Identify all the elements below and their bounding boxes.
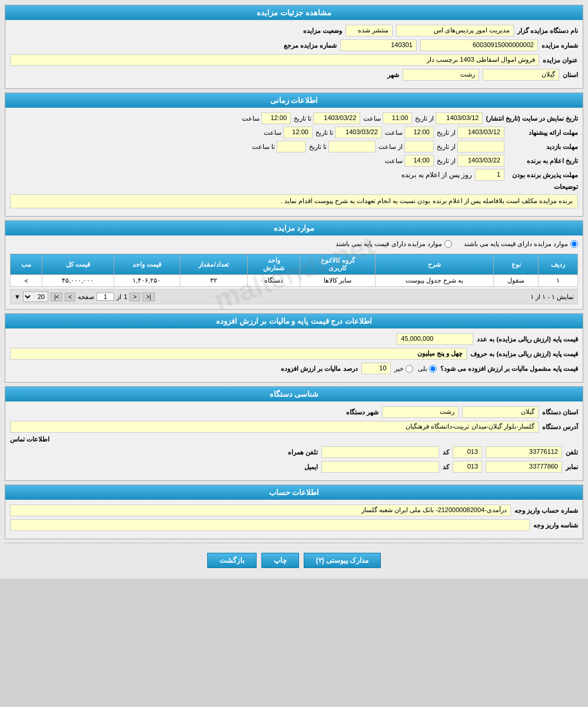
button-row: مدارک پیوستی (۲) چاپ بازگشت (5, 547, 583, 574)
moared-radio-has-price[interactable]: موارد مزایده دارای قیمت پایه می باشند (464, 240, 578, 248)
auction-details-header: مشاهده جزئیات مزایده (5, 5, 583, 20)
pager-last[interactable]: |< (142, 293, 154, 301)
offer-time-row: مهلت ارائه پیشنهاد 1403/03/12 از تاریخ 1… (10, 127, 578, 138)
tax-no-option[interactable]: خیر (394, 365, 413, 373)
province-label: استان (563, 71, 578, 79)
price-info-header: اطلاعات درج قیمت پایه و مالیات بر ارزش ا… (5, 314, 583, 328)
winner-announce-row: تاریخ اعلام به برنده 1403/03/22 از تاریخ… (10, 155, 578, 167)
auction-details-section: مشاهده جزئیات مزایده نام دستگاه مزایده گ… (5, 5, 583, 89)
email-value (321, 461, 439, 473)
pager-next[interactable]: < (129, 293, 140, 301)
title-label: عنوان مزایده (543, 57, 578, 64)
tax-question-row: قیمت پایه مشمول مالیات بر ارزش افزوده می… (10, 363, 578, 374)
tax-radio-group: بلی خیر (394, 365, 437, 373)
ref-num-label: شماره مزایده مرجع (284, 42, 337, 49)
base-price-num-row: قیمت پایه (ارزش ریالی مزایده) به عدد 45,… (10, 333, 578, 345)
col-total: قیمت کل (42, 254, 114, 275)
col-type: نوع (494, 254, 539, 275)
status-label: وضعیت مزایده (303, 27, 342, 35)
device-province: گیلان (462, 406, 539, 418)
status-value: منتشر شده (346, 25, 393, 36)
org-name-value: مدیریت امور پردیس‌های اس (396, 25, 514, 36)
docs-button[interactable]: مدارک پیوستی (۲) (304, 553, 381, 568)
pager-first[interactable]: >| (51, 293, 62, 301)
moared-header: موارد مزایده (5, 221, 583, 235)
auction-num-value: 60030915000000002 (420, 39, 538, 51)
device-info-section: شناسی دستگاه استان دستگاه گیلان رشت شهر … (5, 386, 583, 481)
col-unit-price: قیمت واحد (114, 254, 180, 275)
province-value: گیلان (483, 69, 559, 81)
device-city: رشت (382, 406, 459, 418)
separator (5, 543, 583, 543)
tax-percent-value: 10 (361, 363, 391, 374)
col-row: ردیف (539, 254, 578, 275)
phone-value: 33776112 (486, 446, 562, 458)
device-province-city-row: استان دستگاه گیلان رشت شهر دستگاه (10, 406, 578, 418)
moared-table-wrapper: ردیف نوع شرح گروه کالا/نوعکاربری واحدشما… (10, 251, 578, 287)
pager: نمایش ۱ - ۱ از ۱ |< < 1 از صفحه > >| 20 … (10, 289, 578, 304)
base-price-text-value: چهل و پنج میلیون (10, 348, 467, 360)
col-desc: شرح (376, 254, 494, 275)
account-info-header: اطلاعات حساب (5, 485, 583, 500)
visit-time-row: مهلت بازدید از تاریخ از ساعت تا تاریخ تا… (10, 141, 578, 152)
moared-radio-row: موارد مزایده دارای قیمت پایه می باشند مو… (10, 240, 578, 248)
moared-radio-no-price[interactable]: موارد مزایده دارای قیمت پایه نمی باشند (335, 240, 451, 248)
phone-row: تلفن 33776112 013 کد تلفن همراه (10, 446, 578, 458)
account-num-row: شماره حساب واریز وجه درآمدی-212000008200… (10, 504, 578, 516)
time-info-section: اطلاعات زمانی تاریخ نمایش در سایت (تاریخ… (5, 92, 583, 217)
table-row: ۱منقولبه شرح جدول پیوستسایر کالاهادستگاه… (11, 275, 578, 287)
pager-page-input[interactable] (97, 293, 114, 301)
device-address: گلسار-بلوار گیلان-میدان تربیت-دانشگاه فر… (10, 421, 539, 433)
winner-days-row: مهلت پذیرش برنده بودن 1 روز پس از اعلام … (10, 169, 578, 181)
time-info-header: اطلاعات زمانی (5, 93, 583, 108)
phone-code: 013 (453, 446, 482, 458)
fax-row: نمابر 33777860 013 کد ایمیل (10, 461, 578, 473)
publish-time-row: تاریخ نمایش در سایت (تاریخ انتشار) 1403/… (10, 112, 578, 124)
back-button[interactable]: بازگشت (207, 553, 257, 568)
pager-prev[interactable]: > (65, 293, 75, 301)
title-value: فروش اموال اسقاطی 1403 برچسب دار (10, 54, 539, 66)
col-unit: واحدشمارش (248, 254, 300, 275)
device-address-row: آدرس دستگاه گلسار-بلوار گیلان-میدان تربی… (10, 421, 578, 433)
owner-value (10, 519, 530, 531)
contact-label-row: اطلاعات تماس (10, 436, 578, 443)
fax-code: 013 (453, 461, 482, 473)
ref-num-value: 140301 (340, 39, 417, 51)
auction-num-label: شماره مزایده (542, 42, 578, 49)
mobile-value (321, 446, 439, 458)
col-extra: مب (11, 254, 42, 275)
desc-value: برنده مزایده مکلف است بلافاصله پس از اعل… (10, 194, 578, 208)
tax-yes-option[interactable]: بلی (418, 365, 437, 373)
col-group: گروه کالا/نوعکاربری (300, 254, 376, 275)
account-owner-row: شناسه واریز وجه (10, 519, 578, 531)
account-info-section: اطلاعات حساب شماره حساب واریز وجه درآمدی… (5, 484, 583, 539)
print-button[interactable]: چاپ (261, 553, 299, 568)
moared-table: ردیف نوع شرح گروه کالا/نوعکاربری واحدشما… (10, 254, 578, 287)
city-value: رشت (403, 69, 479, 81)
org-name-label: نام دستگاه مزایده گزار (517, 27, 578, 35)
fax-value: 33777860 (486, 461, 562, 473)
pager-per-page[interactable]: 20 50 100 (23, 291, 48, 302)
pager-show: نمایش ۱ - ۱ از ۱ (530, 293, 574, 301)
device-info-header: شناسی دستگاه (5, 387, 583, 401)
price-info-section: اطلاعات درج قیمت پایه و مالیات بر ارزش ا… (5, 313, 583, 383)
moared-section: موارد مزایده maltendr.net موارد مزایده د… (5, 220, 583, 310)
desc-row: توضیحات برنده مزایده مکلف است بلافاصله پ… (10, 183, 578, 208)
col-qty: تعداد/مقدار (180, 254, 248, 275)
city-label: شهر (387, 71, 399, 79)
account-value: درآمدی-2120000082004- بانک ملی ایران شعب… (10, 504, 511, 516)
base-price-text-row: قیمت پایه (ارزش ریالی مزایده) به حروف چه… (10, 348, 578, 360)
base-price-value: 45,000,000 (397, 333, 473, 345)
